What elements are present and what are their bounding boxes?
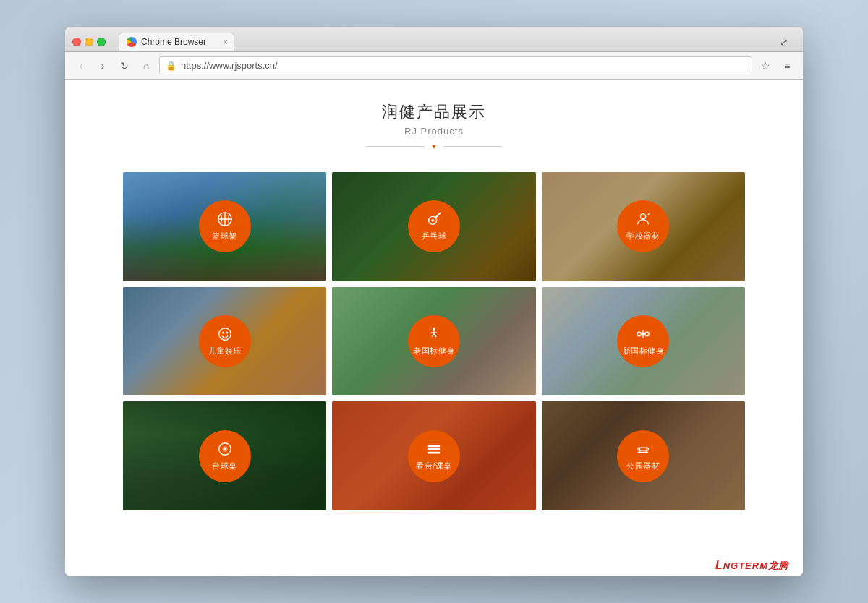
page-content: 润健产品展示 RJ Products ▼ 篮球架 乒乓球 [65,80,803,555]
badge-icon-park [635,441,651,459]
page-header: 润健产品展示 RJ Products ▼ [80,101,788,150]
window-controls: ⤢ [778,35,796,49]
tab-close-button[interactable]: × [224,38,228,46]
product-badge-stands: 看台/课桌 [408,430,460,482]
product-badge-kids: 儿童娱乐 [199,315,251,367]
watermark-brand: LNGTERM龙腾 [715,559,788,571]
nav-right-icons: ☆ ≡ [757,57,796,74]
minimize-button[interactable] [85,38,93,46]
title-divider: ▼ [80,142,788,150]
product-badge-basketball: 篮球架 [199,200,251,252]
product-item-kids[interactable]: 儿童娱乐 [123,287,326,396]
title-bar: Chrome Browser × ⤢ [65,27,803,52]
product-item-outdoor-new[interactable]: 新国标健身 [542,287,745,396]
address-bar[interactable]: 🔒 https://www.rjsports.cn/ [159,56,752,74]
svg-point-8 [226,332,228,334]
product-item-outdoor-old[interactable]: 老国标健身 [332,287,535,396]
product-item-stands[interactable]: 看台/课桌 [332,401,535,510]
badge-label-stands: 看台/课桌 [416,461,452,471]
page-footer: LNGTERM龙腾 [65,555,803,576]
product-item-basketball[interactable]: 篮球架 [123,172,326,281]
page-title-chinese: 润健产品展示 [80,101,788,123]
chrome-icon [127,37,137,47]
brand-initial: L [715,559,723,571]
maximize-button[interactable] [97,38,106,46]
svg-rect-19 [428,451,441,453]
svg-point-4 [641,214,646,219]
home-button[interactable]: ⌂ [137,57,155,74]
svg-line-2 [435,213,440,218]
badge-icon-basketball [217,211,233,229]
badge-label-park: 公园器材 [626,461,660,471]
close-button[interactable] [72,38,81,46]
badge-label-kids: 儿童娱乐 [208,346,242,356]
bookmark-button[interactable]: ☆ [757,57,774,74]
divider-left [367,146,425,147]
watermark: LNGTERM龙腾 [715,559,788,573]
badge-icon-outdoor-old [426,326,442,344]
badge-label-outdoor-new: 新国标健身 [623,346,665,356]
traffic-lights [72,38,106,46]
product-badge-pingpong: 乒乓球 [408,200,460,252]
badge-icon-pingpong [426,211,442,229]
tab-bar: Chrome Browser × [119,33,773,51]
nav-bar: ‹ › ↻ ⌂ 🔒 https://www.rjsports.cn/ ☆ ≡ [65,52,803,80]
brand-name: NGTERM龙腾 [723,560,788,571]
divider-right [443,146,501,147]
badge-icon-outdoor-new [635,326,651,344]
product-badge-outdoor-old: 老国标健身 [408,315,460,367]
svg-rect-18 [428,448,441,450]
product-item-billiards[interactable]: 台球桌 [123,401,326,510]
badge-label-school: 学校器材 [626,231,660,241]
browser-window: Chrome Browser × ⤢ ‹ › ↻ ⌂ 🔒 https://www… [65,27,803,576]
svg-point-10 [637,332,642,336]
product-badge-park: 公园器材 [617,430,669,482]
product-badge-outdoor-new: 新国标健身 [617,315,669,367]
badge-icon-school [635,211,651,229]
badge-icon-kids [217,326,233,344]
tab-title: Chrome Browser [141,37,206,47]
forward-button[interactable]: › [94,57,111,74]
badge-label-billiards: 台球桌 [212,461,237,471]
svg-rect-23 [638,451,649,453]
ssl-icon: 🔒 [166,61,176,71]
svg-point-16 [224,448,226,450]
badge-label-outdoor-old: 老国标健身 [413,346,455,356]
refresh-button[interactable]: ↻ [116,57,133,74]
menu-button[interactable]: ≡ [778,57,796,74]
url-display: https://www.rjsports.cn/ [181,60,278,71]
badge-label-basketball: 篮球架 [212,231,237,241]
product-item-pingpong[interactable]: 乒乓球 [332,172,535,281]
back-button[interactable]: ‹ [72,57,90,74]
svg-point-7 [222,332,224,334]
svg-rect-17 [428,445,441,447]
page-title-english: RJ Products [80,126,788,137]
product-badge-school: 学校器材 [617,200,669,252]
product-item-school[interactable]: 学校器材 [542,172,745,281]
svg-point-11 [645,332,650,336]
svg-line-5 [648,213,650,215]
product-grid: 篮球架 乒乓球 学校器材 儿童娱乐 老国标健身 [123,172,745,510]
divider-arrow-icon: ▼ [430,142,438,150]
svg-point-3 [431,219,434,222]
product-badge-billiards: 台球桌 [199,430,251,482]
badge-label-pingpong: 乒乓球 [422,231,447,241]
badge-icon-billiards [217,441,233,459]
active-tab[interactable]: Chrome Browser × [119,33,234,51]
badge-icon-stands [426,441,442,459]
resize-icon[interactable]: ⤢ [778,35,790,49]
product-item-park[interactable]: 公园器材 [542,401,745,510]
